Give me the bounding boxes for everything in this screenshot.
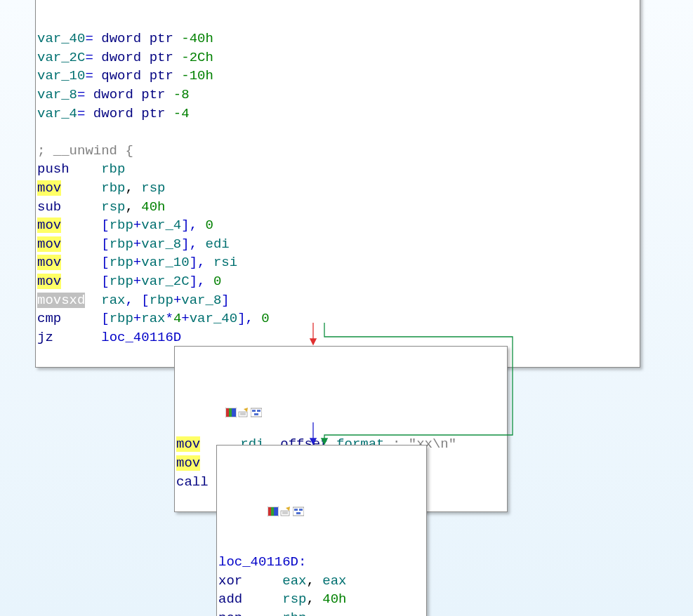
graph-node-block-3[interactable]: loc_40116D:xor eax, eaxadd rsp, 40hpop r… [216, 445, 427, 616]
svg-rect-7 [257, 410, 260, 412]
disassembly-block-3: loc_40116D:xor eax, eaxadd rsp, 40hpop r… [217, 533, 426, 616]
svg-rect-6 [252, 410, 256, 412]
edit-icon[interactable] [190, 386, 202, 396]
palette-icon[interactable] [220, 485, 231, 495]
edit-icon[interactable] [232, 485, 244, 495]
palette-icon[interactable] [178, 386, 189, 396]
svg-rect-17 [296, 512, 301, 514]
disassembly-block-1: var_40= dword ptr -40hvar_2C= dword ptr … [36, 28, 640, 348]
svg-rect-8 [254, 413, 258, 415]
graph-node-block-1[interactable]: var_40= dword ptr -40hvar_2C= dword ptr … [35, 0, 640, 368]
svg-rect-14 [293, 507, 304, 516]
node-toolbar [217, 483, 426, 495]
node-toolbar [175, 384, 507, 396]
svg-rect-15 [294, 509, 298, 511]
svg-rect-5 [251, 408, 262, 417]
group-icon[interactable] [203, 386, 214, 396]
group-icon[interactable] [245, 485, 256, 495]
svg-rect-16 [299, 509, 303, 511]
